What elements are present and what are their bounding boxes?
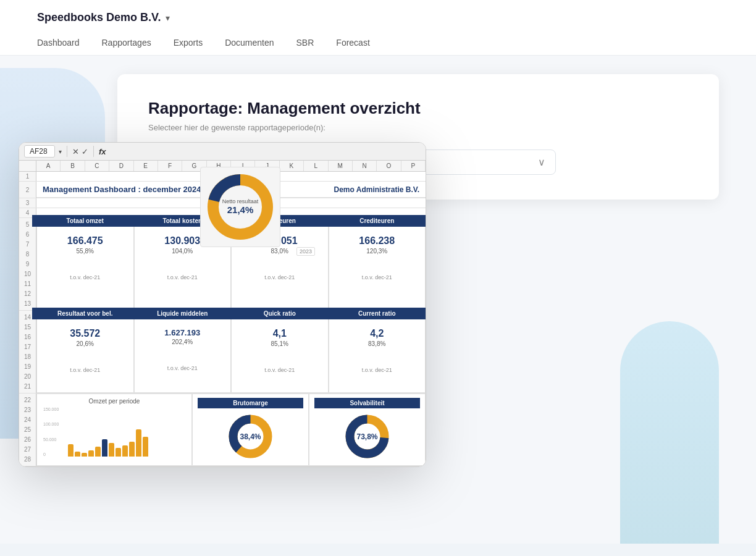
- col-header-m: M: [329, 161, 353, 171]
- chart-omzet: Omzet per periode 150.000 100.000 50.000…: [36, 394, 192, 466]
- kpi-crediteuren-header: Crediteuren: [324, 215, 427, 227]
- nav-item-forecast[interactable]: Forecast: [336, 32, 369, 55]
- brutomarge-donut-label: 38,4%: [240, 432, 261, 441]
- charts-area: Omzet per periode 150.000 100.000 50.000…: [36, 394, 426, 466]
- bar-9: [122, 445, 128, 457]
- bar-2: [75, 452, 80, 457]
- kpi-resultaat-value: 35.572: [40, 328, 131, 339]
- kpi-current-ratio-value: 4,2: [332, 328, 423, 339]
- row-num-14-21: 14 15 16 17 18 19 20 21: [19, 311, 36, 393]
- kpi-current-ratio-spacer: [332, 350, 423, 364]
- brand-row[interactable]: Speedbooks Demo B.V. ▾: [37, 0, 170, 32]
- row-num-2: 2: [19, 182, 36, 198]
- top-navigation: Speedbooks Demo B.V. ▾ DashboardRapporta…: [0, 0, 756, 56]
- bar-1: [68, 444, 74, 457]
- nav-row: DashboardRapportagesExportsDocumentenSBR…: [37, 32, 370, 55]
- bar-8: [116, 448, 121, 457]
- kpi-totaal-kosten-label: [137, 257, 229, 272]
- kpi-quick-ratio: Quick ratio 4,1 85,1% t.o.v. dec-21: [231, 311, 329, 393]
- main-donut-container: Netto resultaat 21,4%: [203, 170, 277, 244]
- col-header-e: E: [134, 161, 158, 171]
- bar-10: [129, 442, 135, 457]
- solvabiliteit-donut-container: 73,8%: [344, 413, 390, 460]
- formula-bar: AF28 ▾ ✕ ✓ fx: [19, 143, 426, 161]
- cell-ref-chevron-icon: ▾: [59, 148, 62, 155]
- nav-item-dashboard[interactable]: Dashboard: [37, 32, 80, 55]
- col-header-d: D: [109, 161, 133, 171]
- kpi-totaal-kosten-ref: t.o.v. dec-21: [137, 274, 229, 280]
- year-badge: 2023: [296, 247, 315, 256]
- kpi-quick-ratio-ref: t.o.v. dec-21: [234, 367, 326, 373]
- kpi-quick-ratio-value: 4,1: [234, 328, 326, 339]
- kpi-crediteuren-pct: 120,3%: [332, 248, 423, 255]
- main-donut-overlay: Netto resultaat 21,4%: [200, 167, 280, 247]
- report-title: Rapportage: Management overzicht: [148, 99, 688, 118]
- kpi-current-ratio-ref: t.o.v. dec-21: [332, 367, 423, 373]
- formula-icons: ✕ ✓: [72, 147, 88, 156]
- brand-name: Speedbooks Demo B.V.: [37, 11, 161, 24]
- nav-item-exports[interactable]: Exports: [174, 32, 203, 55]
- cell-reference[interactable]: AF28: [24, 145, 55, 158]
- dashboard-company: Demo Administratie B.V.: [334, 185, 419, 194]
- row-num-22-28: 22 23 24 25 26 27 28: [19, 394, 36, 466]
- kpi-current-ratio: Current ratio 4,2 83,8% t.o.v. dec-21: [329, 311, 426, 393]
- kpi-crediteuren: Crediteuren 166.238 120,3% t.o.v. dec-21: [329, 218, 426, 310]
- kpi-totaal-omzet-ref: t.o.v. dec-21: [40, 274, 131, 280]
- bar-5: [95, 447, 101, 457]
- fx-icon: fx: [99, 147, 106, 156]
- formula-divider2: [93, 146, 94, 157]
- kpi-totaal-omzet: Totaal omzet 166.475 55,8% t.o.v. dec-21: [36, 218, 134, 310]
- main-donut-label: Netto resultaat 21,4%: [222, 198, 259, 216]
- bar-12: [143, 437, 148, 457]
- dashboard-title: Management Dashboard : december 2024: [43, 185, 201, 194]
- kpi-debiteuren-label: [234, 257, 326, 272]
- main-donut-label-text: Netto resultaat: [222, 198, 259, 204]
- kpi-resultaat-pct: 20,6%: [40, 340, 131, 347]
- col-header-n: N: [353, 161, 377, 171]
- main-area: Rapportage: Management overzicht Selecte…: [0, 56, 756, 544]
- row-14-21: 14 15 16 17 18 19 20 21 Resultaat voor b…: [19, 311, 426, 394]
- brand-chevron-icon: ▾: [166, 13, 170, 23]
- kpi-row2-area: Resultaat voor bel. 35.572 20,6% t.o.v. …: [36, 311, 426, 393]
- nav-item-sbr[interactable]: SBR: [296, 32, 314, 55]
- row-num-header: [19, 161, 36, 171]
- col-header-c: C: [85, 161, 109, 171]
- kpi-totaal-omzet-header: Totaal omzet: [32, 215, 138, 227]
- kpi-resultaat-ref: t.o.v. dec-21: [40, 367, 131, 373]
- col-header-k: K: [280, 161, 304, 171]
- kpi-liquide-spacer: [137, 348, 229, 363]
- nav-item-rapportages[interactable]: Rapportages: [102, 32, 151, 55]
- row-num-3: 3: [19, 198, 36, 208]
- kpi-crediteuren-value: 166.238: [332, 235, 423, 246]
- bar-4: [88, 450, 94, 457]
- kpi-totaal-kosten-pct: 104,0%: [137, 248, 229, 255]
- bar-11: [136, 429, 141, 457]
- kpi-quick-ratio-pct: 85,1%: [234, 340, 326, 347]
- row-num-1: 1: [19, 172, 36, 181]
- col-header-a: A: [36, 161, 61, 171]
- chart-brutomarge: Brutomarge 38,4%: [192, 394, 309, 466]
- confirm-formula-icon[interactable]: ✓: [82, 147, 88, 156]
- kpi-crediteuren-ref: t.o.v. dec-21: [332, 274, 423, 280]
- kpi-totaal-omzet-pct: 55,8%: [40, 248, 131, 255]
- kpi-liquide-ref: t.o.v. dec-21: [137, 365, 229, 371]
- kpi-liquide-header: Liquide middelen: [130, 308, 236, 319]
- kpi-resultaat: Resultaat voor bel. 35.572 20,6% t.o.v. …: [36, 311, 134, 393]
- chart-solvabiliteit: Solvabiliteit 73,8%: [309, 394, 426, 466]
- report-subtitle: Selecteer hier de gewenste rapportageper…: [148, 123, 688, 132]
- kpi-resultaat-spacer: [40, 350, 131, 364]
- brutomarge-value: 38,4%: [240, 432, 261, 441]
- bar-7: [109, 443, 114, 457]
- kpi-resultaat-header: Resultaat voor bel.: [32, 308, 138, 319]
- bg-decoration-right: [620, 321, 719, 544]
- chart-brutomarge-header: Brutomarge: [198, 398, 303, 408]
- kpi-liquide-pct: 202,4%: [137, 339, 229, 345]
- kpi-totaal-omzet-label: [40, 257, 131, 272]
- chart-omzet-title: Omzet per periode: [42, 398, 187, 405]
- main-donut-value: 21,4%: [227, 204, 254, 215]
- formula-divider: [67, 146, 67, 157]
- nav-item-documenten[interactable]: Documenten: [225, 32, 274, 55]
- kpi-totaal-omzet-value: 166.475: [40, 235, 131, 246]
- kpi-debiteuren-ref: t.o.v. dec-21: [234, 274, 326, 280]
- close-formula-icon[interactable]: ✕: [72, 147, 79, 156]
